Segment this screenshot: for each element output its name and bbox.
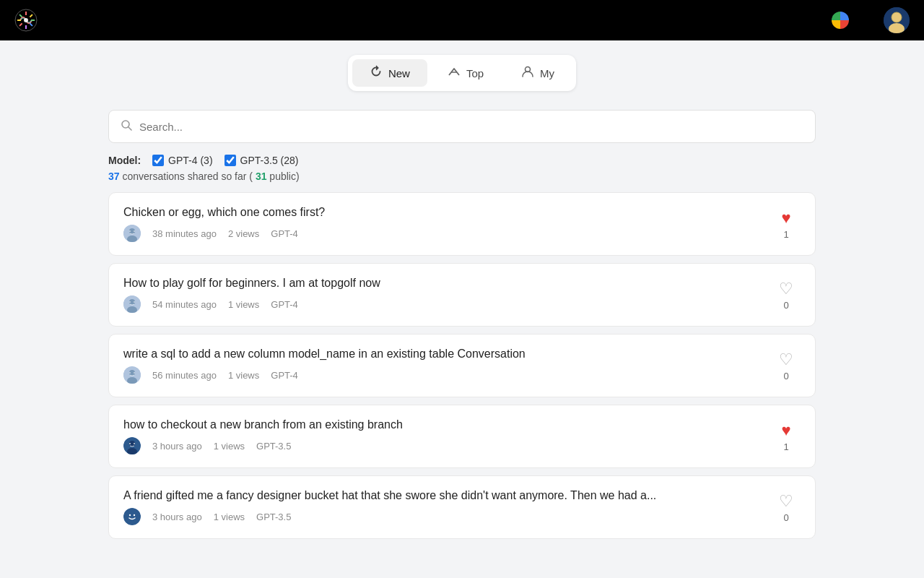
- card-meta: 3 hours ago 1 views GPT-3.5: [123, 437, 772, 454]
- card-model: GPT-3.5: [256, 512, 291, 522]
- gpt35-filter[interactable]: GPT-3.5 (28): [225, 155, 299, 166]
- card-title: How to play golf for beginners. I am at …: [123, 277, 772, 290]
- refresh-icon: [370, 65, 383, 81]
- svg-point-22: [134, 230, 135, 232]
- tab-container: New Top My: [348, 55, 576, 91]
- svg-point-40: [134, 514, 135, 516]
- chrome-icon: [832, 12, 849, 29]
- card-content: Chicken or egg, which one comes first? 3…: [123, 206, 772, 242]
- conversation-card[interactable]: how to checkout a new branch from an exi…: [108, 405, 816, 468]
- card-title: write a sql to add a new column model_na…: [123, 348, 772, 361]
- conversation-card[interactable]: How to play golf for beginners. I am at …: [108, 263, 816, 327]
- tab-top-label: Top: [466, 67, 484, 79]
- model-filter-label: Model:: [108, 155, 141, 166]
- card-time: 54 minutes ago: [152, 299, 217, 310]
- card-model: GPT-4: [271, 370, 298, 381]
- card-title: Chicken or egg, which one comes first?: [123, 206, 772, 219]
- card-likes: ♡ 0: [772, 350, 801, 381]
- card-time: 56 minutes ago: [152, 370, 217, 381]
- tab-my[interactable]: My: [504, 59, 572, 87]
- card-time: 3 hours ago: [152, 512, 202, 522]
- tab-navigation: New Top My: [0, 40, 924, 98]
- card-title: how to checkout a new branch from an exi…: [123, 418, 772, 431]
- card-content: how to checkout a new branch from an exi…: [123, 418, 772, 454]
- card-views: 1 views: [228, 299, 259, 310]
- svg-point-36: [129, 443, 131, 444]
- tab-new-label: New: [388, 67, 410, 79]
- user-avatar-small: [123, 508, 141, 525]
- card-content: A friend gifted me a fancy designer buck…: [123, 489, 772, 525]
- stats-label: conversations shared so far (: [122, 171, 253, 182]
- like-count: 0: [783, 371, 788, 381]
- card-content: How to play golf for beginners. I am at …: [123, 277, 772, 313]
- stats-suffix: public): [269, 171, 299, 182]
- header: [0, 0, 924, 40]
- svg-point-37: [134, 443, 135, 444]
- search-input[interactable]: [139, 121, 803, 133]
- card-views: 1 views: [214, 441, 245, 452]
- gpt4-filter[interactable]: GPT-4 (3): [152, 155, 212, 166]
- like-count: 1: [783, 441, 788, 452]
- tab-top[interactable]: Top: [430, 59, 501, 87]
- svg-point-32: [134, 372, 135, 374]
- card-meta: 54 minutes ago 1 views GPT-4: [123, 296, 772, 313]
- svg-point-1: [24, 18, 28, 22]
- svg-line-17: [128, 127, 131, 130]
- conversation-card[interactable]: Chicken or egg, which one comes first? 3…: [108, 192, 816, 256]
- heart-outline-icon[interactable]: ♡: [779, 492, 793, 511]
- gpt4-label: GPT-4 (3): [168, 155, 212, 166]
- gpt35-label: GPT-3.5 (28): [240, 155, 299, 166]
- card-title: A friend gifted me a fancy designer buck…: [123, 489, 772, 502]
- svg-point-31: [129, 372, 131, 374]
- card-meta: 38 minutes ago 2 views GPT-4: [123, 225, 772, 242]
- card-time: 3 hours ago: [152, 441, 202, 452]
- user-avatar-small: [123, 366, 141, 384]
- total-count: 37: [108, 171, 120, 182]
- header-right: [832, 7, 910, 33]
- card-views: 2 views: [228, 228, 259, 239]
- heart-outline-icon[interactable]: ♡: [779, 280, 793, 298]
- conversation-card[interactable]: write a sql to add a new column model_na…: [108, 334, 816, 397]
- svg-point-21: [129, 230, 131, 232]
- card-content: write a sql to add a new column model_na…: [123, 348, 772, 384]
- svg-point-26: [129, 301, 131, 303]
- like-count: 0: [783, 300, 788, 311]
- card-model: GPT-4: [271, 228, 298, 239]
- top-icon: [448, 65, 461, 81]
- gpt4-checkbox[interactable]: [152, 155, 164, 166]
- card-time: 38 minutes ago: [152, 228, 217, 239]
- svg-point-39: [129, 514, 131, 516]
- public-count: 31: [256, 171, 267, 182]
- heart-outline-icon[interactable]: ♡: [779, 350, 793, 369]
- conversations-list: Chicken or egg, which one comes first? 3…: [108, 192, 816, 539]
- svg-point-38: [123, 508, 141, 525]
- model-filter: Model: GPT-4 (3) GPT-3.5 (28): [108, 155, 816, 166]
- svg-point-27: [134, 301, 135, 303]
- user-avatar-small: [123, 296, 141, 313]
- tab-new[interactable]: New: [352, 59, 427, 87]
- search-bar: [108, 110, 816, 143]
- card-views: 1 views: [228, 370, 259, 381]
- main-content: Model: GPT-4 (3) GPT-3.5 (28) 37 convers…: [94, 98, 830, 558]
- card-model: GPT-4: [271, 299, 298, 310]
- search-icon: [121, 119, 132, 134]
- card-likes: ♥ 1: [772, 421, 801, 452]
- user-avatar-small: [123, 437, 141, 454]
- card-likes: ♡ 0: [772, 280, 801, 311]
- card-views: 1 views: [214, 512, 245, 522]
- like-count: 0: [783, 512, 788, 523]
- heart-filled-icon[interactable]: ♥: [781, 421, 790, 440]
- user-avatar[interactable]: [884, 7, 910, 33]
- card-meta: 56 minutes ago 1 views GPT-4: [123, 366, 772, 384]
- card-model: GPT-3.5: [256, 441, 291, 452]
- card-likes: ♡ 0: [772, 492, 801, 523]
- heart-filled-icon[interactable]: ♥: [781, 209, 790, 228]
- tab-my-label: My: [540, 67, 554, 79]
- person-icon: [521, 65, 534, 81]
- gpt35-checkbox[interactable]: [225, 155, 236, 166]
- conversation-card[interactable]: A friend gifted me a fancy designer buck…: [108, 475, 816, 539]
- stats-text: 37 conversations shared so far ( 31 publ…: [108, 171, 816, 182]
- logo-icon: [14, 9, 38, 32]
- extension-button[interactable]: [832, 12, 855, 29]
- card-likes: ♥ 1: [772, 209, 801, 240]
